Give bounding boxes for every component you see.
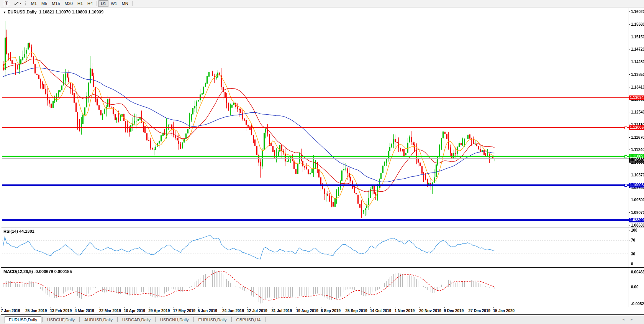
- date-axis-label: 24 Jun 2019: [222, 309, 244, 313]
- hline-1.13034[interactable]: [2, 97, 629, 98]
- date-axis-label: 7 Jan 2019: [1, 309, 20, 313]
- rsi-panel-separator[interactable]: [1, 227, 644, 227]
- tab-scroll-right-icon[interactable]: ►: [630, 318, 639, 321]
- hline-handle-1.12005[interactable]: [624, 127, 627, 129]
- date-tick: [100, 307, 100, 308]
- tab-separator: [265, 317, 265, 322]
- tab-separator: [42, 317, 43, 322]
- price-tick-label: 1.09070: [631, 211, 644, 215]
- text-tool-icon: T: [4, 1, 9, 6]
- tab-usdcnh-daily[interactable]: USDCNH,Daily: [156, 317, 193, 323]
- toolbar-grip: [25, 1, 26, 6]
- macd-tick-label: -0.00529: [631, 302, 644, 306]
- tab-usdchf-daily[interactable]: USDCHF,Daily: [43, 317, 79, 323]
- tab-separator: [155, 317, 156, 322]
- tf-m1-button[interactable]: M1: [29, 0, 39, 7]
- macd-label: MACD(12,26,9) -0.000679 0.000185: [3, 269, 72, 274]
- tf-mn-button[interactable]: MN: [120, 0, 131, 7]
- macd-tick: [629, 304, 630, 304]
- price-tick-label: 1.15580: [631, 22, 644, 26]
- top-toolbar: T ▾ M1 M5 M15 M30 H1 H4 D1 W1 MN: [0, 0, 644, 7]
- tf-h1-button[interactable]: H1: [75, 0, 85, 7]
- date-axis-label: 27 Dec 2019: [469, 309, 490, 313]
- date-tick: [1, 307, 2, 308]
- price-tick-label: 1.15150: [631, 35, 644, 39]
- date-axis-label: 13 Feb 2019: [50, 309, 72, 313]
- date-tick: [26, 307, 26, 308]
- rsi-tick: [629, 264, 630, 264]
- price-tick-label: 1.16020: [631, 10, 644, 14]
- tab-separator: [117, 317, 118, 322]
- date-axis-label: 25 Jan 2019: [25, 309, 47, 313]
- chart-symbol-period: EURUSD,Daily: [8, 10, 37, 14]
- tf-w1-button[interactable]: W1: [108, 0, 120, 7]
- chart-ohlc-readout: 1.10821 1.10970 1.10803 1.10939: [39, 10, 103, 14]
- tf-m5-button[interactable]: M5: [39, 0, 49, 7]
- collapse-arrow-icon[interactable]: ▼: [3, 11, 6, 14]
- tab-eurusd-daily-2[interactable]: EURUSD,Daily: [195, 317, 231, 323]
- date-axis-label: 17 May 2019: [173, 309, 195, 313]
- text-tool-button[interactable]: T: [2, 0, 11, 7]
- macd-tick: [629, 272, 630, 272]
- date-axis-label: 1 Nov 2019: [395, 309, 415, 313]
- hline-1.08800[interactable]: [2, 219, 629, 221]
- price-tick: [629, 137, 630, 138]
- date-axis-label: 4 Mar 2019: [75, 309, 94, 313]
- hline-1.11009[interactable]: [2, 156, 629, 157]
- date-axis-label: 25 Sep 2019: [346, 309, 367, 313]
- hline-1.10008[interactable]: [2, 184, 629, 186]
- macd-panel-separator[interactable]: [1, 267, 644, 268]
- current-price-badge: 1.10939: [629, 158, 644, 163]
- chart-frame-left: [1, 8, 1, 315]
- hline-handle-1.11009[interactable]: [624, 155, 627, 158]
- tf-d1-button[interactable]: D1: [98, 0, 108, 7]
- tab-usdcad-daily[interactable]: USDCAD,Daily: [118, 317, 154, 323]
- tab-audusd-daily[interactable]: AUDUSD,Daily: [80, 317, 116, 323]
- chart-frame-bottom: [1, 314, 644, 315]
- symbol-arrows-button[interactable]: ▾: [11, 0, 24, 7]
- date-tick: [75, 307, 75, 308]
- date-axis-label: 29 Apr 2019: [149, 309, 170, 313]
- hline-handle-1.10008[interactable]: [624, 184, 627, 187]
- date-tick: [149, 307, 149, 308]
- price-tick: [629, 87, 630, 87]
- price-tick: [629, 112, 630, 112]
- rsi-tick: [629, 254, 630, 254]
- tf-m30-button[interactable]: M30: [62, 0, 75, 7]
- date-tick: [444, 307, 445, 308]
- price-tick: [629, 12, 630, 12]
- toolbar-separator: [97, 1, 97, 6]
- macd-tick-label: 0.00463: [631, 270, 644, 274]
- tf-m15-button[interactable]: M15: [49, 0, 62, 7]
- dropdown-caret-icon: ▾: [20, 2, 21, 5]
- tf-h4-button[interactable]: H4: [85, 0, 95, 7]
- date-tick: [469, 307, 469, 308]
- date-tick: [198, 307, 198, 308]
- date-tick: [272, 307, 272, 308]
- price-badge-1.10008: 1.10008: [629, 183, 644, 187]
- tab-gbpusd-h4[interactable]: GBPUSD,H4: [233, 317, 265, 323]
- price-badge-1.08800: 1.08800: [629, 218, 644, 222]
- date-axis-label: 12 Jul 2019: [247, 309, 267, 313]
- price-tick-label: 1.14720: [631, 47, 644, 51]
- rsi-tick: [629, 230, 630, 230]
- price-tick: [629, 225, 630, 225]
- date-axis-label: 22 Mar 2019: [99, 309, 121, 313]
- price-tick-label: 1.09500: [631, 198, 644, 202]
- date-axis-separator: [1, 307, 644, 307]
- price-chart-canvas[interactable]: [2, 8, 629, 307]
- date-tick: [321, 307, 321, 308]
- hline-1.12005[interactable]: [2, 127, 629, 128]
- date-tick: [346, 307, 346, 308]
- tab-eurusd-daily[interactable]: EURUSD,Daily: [5, 316, 41, 323]
- tab-scroll-left-icon[interactable]: ◄: [622, 318, 630, 321]
- tab-separator: [193, 317, 194, 322]
- rsi-label: RSI(14) 44.1301: [3, 229, 34, 234]
- price-tick: [629, 24, 630, 25]
- rsi-tick-label: 70: [631, 238, 635, 242]
- current-price-line: [2, 158, 629, 159]
- date-axis-label: 5 Jun 2019: [198, 309, 217, 313]
- price-badge-1.13034: 1.13034: [629, 95, 644, 100]
- price-tick: [629, 200, 630, 200]
- rsi-tick-label: 30: [631, 252, 635, 256]
